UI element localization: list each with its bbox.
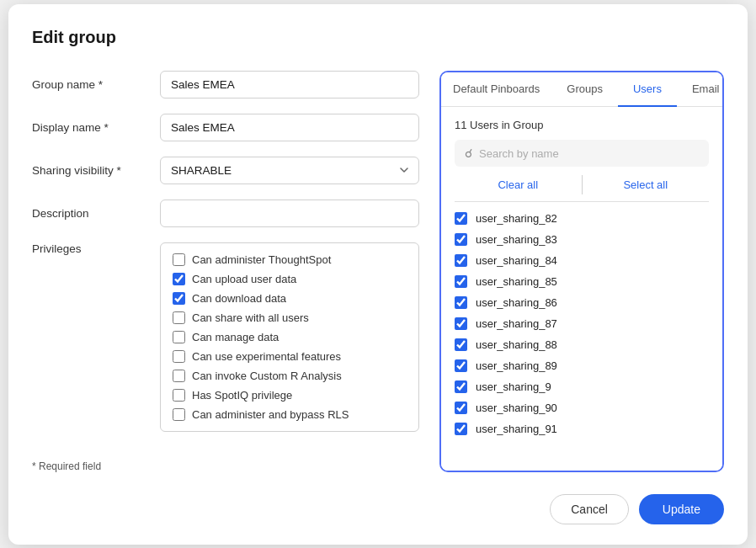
list-item: user_sharing_88 [455,337,709,353]
privilege-label: Can upload user data [192,273,296,285]
tabs-bar: Default PinboardsGroupsUsersEmail [441,72,722,108]
edit-group-dialog: Edit group Group name * Display name * S… [8,4,748,545]
tab-default-pinboards[interactable]: Default Pinboards [441,72,551,108]
description-label: Description [32,207,150,220]
clear-all-button[interactable]: Clear all [455,175,583,194]
list-item: user_sharing_89 [455,358,709,374]
user-name: user_sharing_89 [476,359,557,372]
privilege-label: Has SpotIQ privilege [192,389,292,402]
users-list: user_sharing_82user_sharing_83user_shari… [455,210,709,437]
privileges-label: Privileges [32,242,150,255]
privilege-checkbox[interactable] [173,292,185,305]
list-item: user_sharing_84 [455,253,709,269]
privilege-item: Can administer ThoughtSpot [173,253,407,266]
privilege-checkbox[interactable] [173,253,185,266]
privilege-label: Can invoke Custom R Analysis [192,370,342,382]
user-checkbox[interactable] [455,233,467,246]
user-name: user_sharing_9 [476,380,551,393]
user-name: user_sharing_85 [476,275,557,288]
tab-groups[interactable]: Groups [551,72,618,108]
user-name: user_sharing_84 [476,254,557,267]
privilege-item: Can administer and bypass RLS [173,408,407,421]
dialog-footer: Cancel Update [32,476,724,524]
display-name-row: Display name * [32,114,419,141]
tab-users[interactable]: Users [618,72,677,108]
update-button[interactable]: Update [639,494,724,524]
list-item: user_sharing_85 [455,274,709,290]
description-row: Description [32,200,419,227]
user-checkbox[interactable] [455,338,467,351]
action-row: Clear all Select all [455,175,709,202]
privilege-item: Can share with all users [173,311,407,324]
tab-email[interactable]: Email [677,72,724,108]
dialog-body: Group name * Display name * Sharing visi… [32,71,724,472]
privilege-label: Can administer and bypass RLS [192,408,349,421]
group-name-label: Group name * [32,78,150,91]
privilege-item: Can download data [173,292,407,305]
group-name-input[interactable] [160,71,419,98]
left-panel: Group name * Display name * Sharing visi… [32,71,419,472]
search-input[interactable] [479,147,699,160]
user-name: user_sharing_91 [476,423,557,435]
list-item: user_sharing_86 [455,295,709,311]
privilege-item: Can manage data [173,331,407,343]
privilege-checkbox[interactable] [173,311,185,324]
user-name: user_sharing_88 [476,338,557,351]
user-checkbox[interactable] [455,380,467,393]
description-input[interactable] [160,200,419,227]
privilege-checkbox[interactable] [173,331,185,343]
list-item: user_sharing_90 [455,400,709,416]
privilege-label: Can download data [192,292,286,305]
sharing-visibility-label: Sharing visibility * [32,164,150,177]
dialog-title: Edit group [32,28,724,47]
user-name: user_sharing_86 [476,296,557,309]
group-name-row: Group name * [32,71,419,98]
privilege-item: Has SpotIQ privilege [173,389,407,402]
privilege-checkbox[interactable] [173,273,185,285]
privileges-box: Can administer ThoughtSpotCan upload use… [160,242,419,432]
privilege-item: Can invoke Custom R Analysis [173,370,407,382]
required-note: * Required field [32,447,419,472]
sharing-visibility-row: Sharing visibility * SHARABLE [32,157,419,184]
privilege-checkbox[interactable] [173,350,185,363]
users-count: 11 Users in Group [455,119,709,131]
list-item: user_sharing_87 [455,316,709,332]
privilege-label: Can manage data [192,331,279,343]
display-name-input[interactable] [160,114,419,141]
sharing-visibility-select[interactable]: SHARABLE [160,157,419,184]
list-item: user_sharing_82 [455,210,709,226]
privilege-checkbox[interactable] [173,408,185,421]
right-panel: Default PinboardsGroupsUsersEmail 11 Use… [439,71,724,472]
select-all-button[interactable]: Select all [583,175,710,194]
privileges-row: Privileges Can administer ThoughtSpotCan… [32,242,419,432]
privilege-label: Can administer ThoughtSpot [192,253,331,266]
panel-body: 11 Users in Group ☌ Clear all Select all… [441,107,722,470]
user-checkbox[interactable] [455,254,467,267]
user-checkbox[interactable] [455,423,467,435]
display-name-label: Display name * [32,121,150,134]
user-checkbox[interactable] [455,402,467,414]
privilege-checkbox[interactable] [173,389,185,402]
user-checkbox[interactable] [455,275,467,288]
user-name: user_sharing_83 [476,233,557,246]
list-item: user_sharing_9 [455,379,709,395]
privilege-label: Can use experimental features [192,350,341,363]
user-name: user_sharing_87 [476,317,557,330]
cancel-button[interactable]: Cancel [550,494,629,524]
list-item: user_sharing_83 [455,231,709,247]
user-checkbox[interactable] [455,212,467,225]
privilege-item: Can upload user data [173,273,407,285]
user-name: user_sharing_90 [476,402,557,414]
user-name: user_sharing_82 [476,212,557,225]
privilege-label: Can share with all users [192,311,309,324]
search-box: ☌ [455,140,709,167]
user-checkbox[interactable] [455,359,467,372]
list-item: user_sharing_91 [455,421,709,437]
privilege-item: Can use experimental features [173,350,407,363]
user-checkbox[interactable] [455,296,467,309]
search-icon: ☌ [465,146,472,160]
user-checkbox[interactable] [455,317,467,330]
privilege-checkbox[interactable] [173,370,185,382]
